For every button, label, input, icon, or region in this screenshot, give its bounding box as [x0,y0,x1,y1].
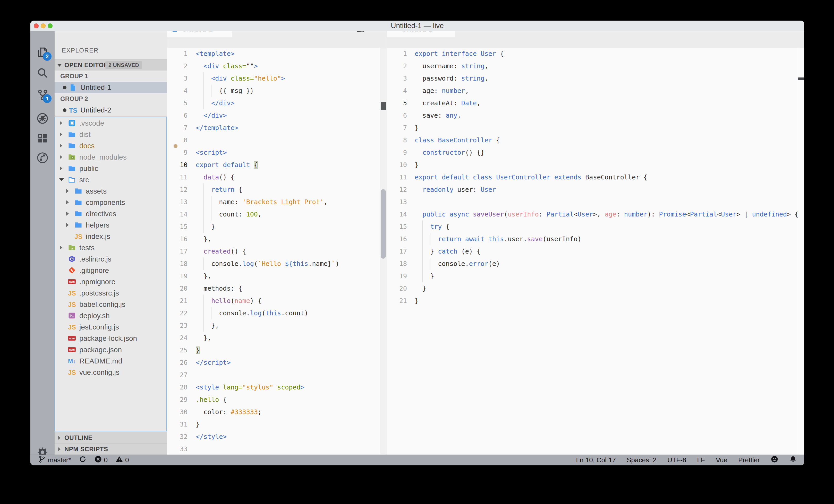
js-icon: JS [74,235,83,239]
tree-item-directives[interactable]: directives [55,208,167,220]
status-label: 0 [104,456,108,464]
js-icon: JS [68,292,76,296]
activity-item-search[interactable] [37,67,48,79]
tree-item-components[interactable]: components [55,197,167,208]
tree-item-src[interactable]: src [55,174,167,186]
activity-badge: 1 [43,94,51,103]
warning-icon [115,455,123,465]
status-item[interactable] [771,455,778,465]
tree-item-.vscode[interactable]: .vscode [55,118,167,129]
tree-item-label: .npmignore [79,276,115,288]
tree-item-.gitignore[interactable]: .gitignore [55,265,167,276]
title-bar[interactable]: Untitled-1 — live [30,21,804,31]
section-label: NPM SCRIPTS [64,443,108,455]
open-editor-Untitled-2[interactable]: TS Untitled-2 [54,105,167,116]
tree-item-babel.config.js[interactable]: JSbabel.config.js [55,299,167,310]
status-item-lf[interactable]: LF [697,456,705,464]
status-item-utf-8[interactable]: UTF-8 [667,456,686,464]
screen: { "window": { "title": "Untitled-1 — liv… [0,0,834,504]
tree-item-dist[interactable]: dist [55,129,167,140]
error-icon [94,455,102,465]
smiley-icon [771,455,778,465]
window-title: Untitled-1 — live [30,21,804,31]
scrollbar-thumb[interactable] [381,189,386,259]
tree-item-label: .vscode [79,118,104,129]
status-item-spaces-2[interactable]: Spaces: 2 [627,456,657,464]
npm-icon: npm [68,350,76,354]
svg-text:npm: npm [69,280,75,283]
tree-item-label: components [86,197,125,208]
tree-item-package-lock.json[interactable]: npmpackage-lock.json [55,333,167,344]
activity-item-explorer[interactable]: 2 [37,46,48,58]
overview-ruler[interactable] [798,48,804,455]
status-label: Ln 10, Col 17 [576,456,616,464]
status-item[interactable] [789,455,797,465]
tree-item-jest.config.js[interactable]: JSjest.config.js [55,321,167,333]
tree-item-public[interactable]: public [55,163,167,174]
tree-item-assets[interactable]: assets [55,186,167,197]
tree-item-helpers[interactable]: helpers [55,220,167,231]
activity-item-extensions[interactable] [37,132,48,144]
tree-item-vue.config.js[interactable]: JSvue.config.js [55,367,167,378]
activity-item-source-control[interactable]: 1 [37,89,48,100]
tree-item-label: package-lock.json [79,333,137,344]
chevron-right-icon [66,189,69,193]
folder-icon [68,168,76,173]
explorer-sidebar: EXPLORER OPEN EDITORS 2 UNSAVED GROUP 1 … [54,31,167,455]
folder-icon [68,146,76,150]
status-item[interactable] [79,455,87,465]
open-editor-Untitled-1[interactable]: Untitled-1 [54,82,167,93]
scrollbar[interactable] [380,48,387,455]
tree-item-node_modules[interactable]: node_modules [55,152,167,163]
editor-group-label: GROUP 2 [54,93,167,105]
chevron-right-icon [60,166,62,170]
status-item-master-[interactable]: master* [38,455,71,465]
overview-cursor-mark [798,77,804,80]
activity-badge: 2 [43,52,51,61]
editor-sash[interactable] [387,31,387,455]
status-label: 0 [125,456,129,464]
tree-item-.postcssrc.js[interactable]: JS.postcssrc.js [55,288,167,299]
md-icon: M↓ [68,360,76,364]
svg-text:npm: npm [69,348,75,351]
tree-item-deploy.sh[interactable]: deploy.sh [55,310,167,321]
tree-item-label: public [79,163,98,174]
section-open-editors[interactable]: OPEN EDITORS 2 UNSAVED [54,59,167,71]
tree-item-package.json[interactable]: npmpackage.json [55,344,167,356]
status-item-0[interactable]: 0 [115,455,129,465]
dirty-dot-icon [63,108,66,112]
chevron-down-icon [59,178,64,183]
tree-item-label: deploy.sh [79,310,110,321]
editor-group-label: GROUP 1 [54,71,167,82]
status-item-prettier[interactable]: Prettier [738,456,760,464]
tree-item-label: .eslintrc.js [79,254,111,265]
dirty-dot-icon [63,86,66,89]
section-outline[interactable]: OUTLINE [54,432,167,443]
tree-item-docs[interactable]: docs [55,140,167,152]
open-editor-label: Untitled-1 [80,82,111,93]
sync-icon [79,455,87,465]
git-icon [68,271,76,275]
chevron-expanded-icon [57,64,62,67]
tree-item-index.js[interactable]: JSindex.js [55,231,167,242]
status-label: UTF-8 [667,456,686,464]
file-blue-icon [69,88,77,92]
status-item-vue[interactable]: Vue [716,456,727,464]
section-label: OUTLINE [64,432,92,443]
chevron-right-icon [66,212,69,216]
tree-item-.npmignore[interactable]: npm.npmignore [55,276,167,288]
chevron-right-icon [58,447,61,452]
activity-item-debug-disabled[interactable] [37,113,48,124]
activity-item-git-graph[interactable] [37,152,48,164]
status-item-0[interactable]: 0 [94,455,108,465]
folder-open-icon [68,180,76,184]
section-npm-scripts[interactable]: NPM SCRIPTS [54,443,167,455]
folder-icon [74,214,82,218]
chevron-right-icon [60,144,62,148]
status-item-ln-10-col-17[interactable]: Ln 10, Col 17 [576,456,616,464]
tree-item-README.md[interactable]: M↓README.md [55,356,167,367]
tree-item-.eslintrc.js[interactable]: .eslintrc.js [55,254,167,265]
ts-icon: TS [69,109,77,114]
tree-item-tests[interactable]: tests [55,242,167,254]
overview-mark [381,102,386,110]
